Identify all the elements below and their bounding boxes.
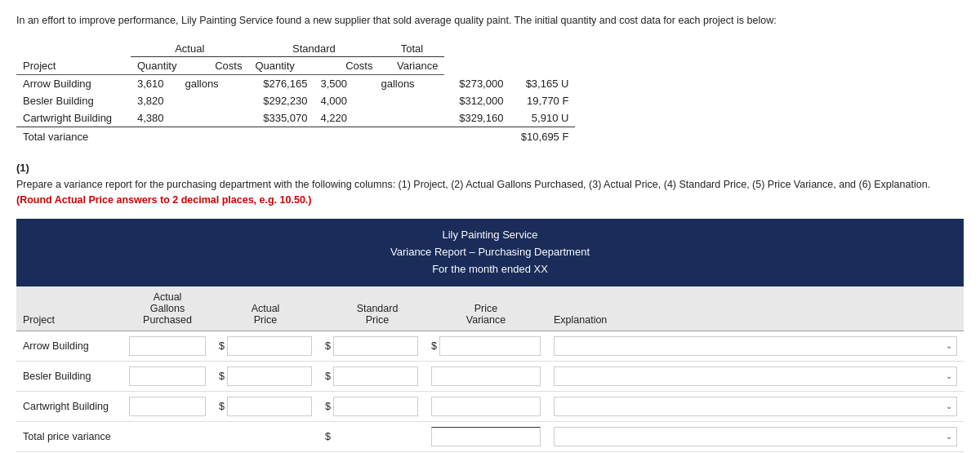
- total-label: Total variance: [16, 127, 444, 145]
- std-unit: gallons: [379, 74, 444, 92]
- arrow-variance-input[interactable]: [439, 336, 541, 356]
- col-variance-header: Variance: [379, 56, 444, 74]
- variance-val: $3,165 U: [510, 74, 575, 92]
- project-name: Cartwright Building: [16, 109, 131, 127]
- besler-actual-price-cell: $: [212, 361, 318, 391]
- report-row-besler: Besler Building $ $: [16, 361, 964, 391]
- cartwright-standard-price-input[interactable]: [333, 397, 418, 416]
- act-qty: 3,610: [131, 74, 183, 92]
- report-section: Lily Painting Service Variance Report – …: [16, 219, 964, 451]
- arrow-actual-price-cell: $: [212, 331, 318, 361]
- col-std-quantity-header: Quantity: [248, 56, 314, 74]
- instruction-description: Prepare a variance report for the purcha…: [16, 177, 964, 208]
- std-cost: $312,000: [444, 92, 510, 109]
- arrow-explanation-select[interactable]: U F: [554, 336, 957, 356]
- cartwright-gallons-cell: [122, 391, 212, 421]
- besler-explanation-select[interactable]: U F: [554, 366, 957, 386]
- total-variance-input[interactable]: [431, 427, 541, 446]
- act-qty: 4,380: [131, 109, 183, 127]
- instruction-number: (1): [16, 162, 964, 174]
- arrow-explanation-cell: U F ⌄: [547, 331, 964, 361]
- report-row-arrow: Arrow Building $ $: [16, 331, 964, 361]
- arrow-variance-dollar: $: [431, 340, 437, 352]
- act-cost: $276,165: [248, 74, 314, 92]
- instruction-highlight: (Round Actual Price answers to 2 decimal…: [16, 194, 311, 206]
- std-qty: 4,220: [314, 109, 379, 127]
- col-project-header: Project: [16, 56, 131, 74]
- variance-val: 19,770 F: [510, 92, 575, 109]
- arrow-standard-price-input[interactable]: [333, 336, 418, 356]
- data-table: Actual Standard Total Project Quantity C…: [16, 40, 575, 145]
- total-value: $10,695 F: [510, 127, 575, 145]
- cartwright-explanation-select[interactable]: U F: [554, 397, 957, 416]
- std-unit: [379, 109, 444, 127]
- report-title-line2: Variance Report – Purchasing Department: [24, 244, 956, 261]
- besler-actual-dollar: $: [219, 371, 225, 382]
- arrow-variance-cell: $: [425, 331, 547, 361]
- act-cost: $292,230: [248, 92, 314, 109]
- cartwright-actual-price-input[interactable]: [227, 397, 312, 416]
- besler-standard-price-cell: $: [318, 361, 425, 391]
- report-title-line3: For the month ended XX: [24, 261, 956, 278]
- report-col-variance: Price Variance: [425, 286, 547, 331]
- col-quantity-header: Quantity: [131, 56, 183, 74]
- cartwright-explanation-cell: U F ⌄: [547, 391, 964, 421]
- report-project-cartwright: Cartwright Building: [16, 391, 122, 421]
- arrow-gallons-cell: [122, 331, 212, 361]
- act-cost: $335,070: [248, 109, 314, 127]
- cartwright-std-dollar: $: [325, 401, 331, 412]
- actual-header: Actual: [131, 40, 248, 57]
- std-unit: [379, 92, 444, 109]
- total-explanation-cell: U F ⌄: [547, 421, 964, 451]
- std-qty: 3,500: [314, 74, 379, 92]
- total-header: Total: [379, 40, 444, 57]
- instruction-section: (1) Prepare a variance report for the pu…: [16, 162, 964, 208]
- col-costs-header: Costs: [183, 56, 248, 74]
- report-col-actual-price: Actual Price: [212, 286, 318, 331]
- std-cost: $273,000: [444, 74, 510, 92]
- cartwright-actual-dollar: $: [219, 401, 225, 412]
- total-price-label: Total price variance: [16, 421, 122, 451]
- besler-actual-price-input[interactable]: [227, 366, 312, 386]
- besler-std-dollar: $: [325, 371, 331, 382]
- total-variance-cell: [425, 421, 547, 451]
- report-title-line1: Lily Painting Service: [24, 227, 956, 244]
- arrow-gallons-input[interactable]: [129, 336, 206, 356]
- std-qty: 4,000: [314, 92, 379, 109]
- variance-val: 5,910 U: [510, 109, 575, 127]
- table-row: Cartwright Building 4,380 $335,070 4,220…: [16, 109, 575, 127]
- besler-standard-price-input[interactable]: [333, 366, 418, 386]
- report-total-row: Total price variance $ U: [16, 421, 964, 451]
- act-unit: [183, 92, 248, 109]
- act-qty: 3,820: [131, 92, 183, 109]
- cartwright-variance-cell: [425, 391, 547, 421]
- total-row: Total variance $10,695 F: [16, 127, 575, 145]
- act-unit: gallons: [183, 74, 248, 92]
- arrow-actual-price-input[interactable]: [227, 336, 312, 356]
- col-std-costs-header: Costs: [314, 56, 379, 74]
- report-project-arrow: Arrow Building: [16, 331, 122, 361]
- project-name: Arrow Building: [16, 74, 131, 92]
- report-col-gallons: Actual Gallons Purchased: [122, 286, 212, 331]
- besler-gallons-cell: [122, 361, 212, 391]
- cartwright-variance-input[interactable]: [431, 397, 541, 416]
- cartwright-standard-price-cell: $: [318, 391, 425, 421]
- besler-gallons-input[interactable]: [129, 366, 206, 386]
- report-table: Project Actual Gallons Purchased Actual …: [16, 286, 964, 452]
- cartwright-gallons-input[interactable]: [129, 397, 206, 416]
- arrow-std-dollar: $: [325, 340, 331, 352]
- std-cost: $329,160: [444, 109, 510, 127]
- besler-variance-input[interactable]: [431, 366, 541, 386]
- arrow-standard-price-cell: $: [318, 331, 425, 361]
- total-std-dollar-cell: $: [318, 421, 425, 451]
- report-col-standard-price: Standard Price: [318, 286, 425, 331]
- report-header: Lily Painting Service Variance Report – …: [16, 219, 964, 286]
- standard-header: Standard: [248, 40, 379, 57]
- besler-variance-cell: [425, 361, 547, 391]
- table-row: Arrow Building 3,610 gallons $276,165 3,…: [16, 74, 575, 92]
- report-row-cartwright: Cartwright Building $ $: [16, 391, 964, 421]
- total-explanation-select[interactable]: U F: [554, 427, 957, 446]
- table-row: Besler Building 3,820 $292,230 4,000 $31…: [16, 92, 575, 109]
- besler-explanation-cell: U F ⌄: [547, 361, 964, 391]
- act-unit: [183, 109, 248, 127]
